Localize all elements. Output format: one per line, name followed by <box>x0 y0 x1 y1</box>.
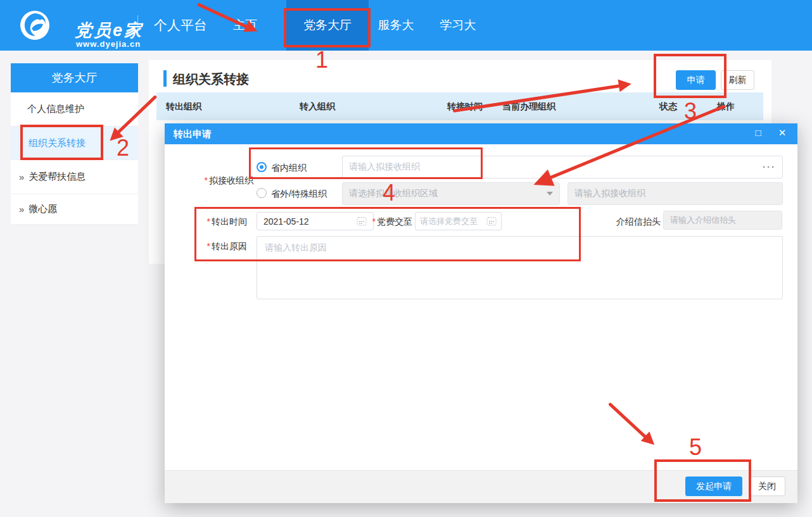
sidebar-item-personal-info[interactable]: 个人信息维护 <box>11 92 138 127</box>
reason-placeholder: 请输入转出原因 <box>265 242 327 252</box>
radio-out-province[interactable] <box>257 188 267 198</box>
col-transfer-in-org: 转入组织 <box>300 92 335 120</box>
org-picker-ellipsis-icon[interactable]: ··· <box>763 164 776 170</box>
reason-label: *转出原因 <box>200 241 247 252</box>
sidebar: 党务大厅 个人信息维护 组织关系转接 » 关爱帮扶信息 » 微心愿 <box>11 63 138 225</box>
letter-title-placeholder: 请输入介绍信抬头 <box>670 215 775 226</box>
transfer-date-input[interactable]: 2021-05-12 <box>257 212 374 230</box>
col-current-handling-org: 当前办理组织 <box>502 92 555 120</box>
close-button[interactable]: 关闭 <box>749 477 785 496</box>
sidebar-item-org-transfer[interactable]: 组织关系转接 <box>11 127 138 160</box>
chevron-right-icon: » <box>19 204 24 215</box>
brand-url: www.dyejia.cn <box>76 39 141 49</box>
sidebar-item-label: 个人信息维护 <box>27 103 84 115</box>
reason-textarea[interactable]: 请输入转出原因 <box>257 236 783 299</box>
nav-item-party-hall[interactable]: 党务大厅 <box>286 0 369 51</box>
receiving-org-placeholder: 请输入拟接收组织 <box>349 161 763 173</box>
title-accent-bar <box>163 70 167 87</box>
close-icon[interactable]: ✕ <box>776 127 789 139</box>
transfer-date-value: 2021-05-12 <box>263 216 357 227</box>
fee-paid-until-placeholder: 请选择党费交至 <box>420 216 486 227</box>
col-transfer-out-org: 转出组织 <box>166 92 201 120</box>
sidebar-item-label: 微心愿 <box>29 203 57 215</box>
receiving-org-label: *拟接收组织 <box>200 175 253 187</box>
fee-paid-until-label: *党费交至 <box>364 216 412 228</box>
letter-title-input[interactable]: 请输入介绍信抬头 <box>663 211 782 230</box>
required-mark: * <box>372 216 376 227</box>
nav-item-service-hall[interactable]: 服务大厅 <box>372 0 419 51</box>
chevron-right-icon: » <box>19 171 24 182</box>
brand-name: 党员e家 <box>75 19 143 42</box>
modal-title: 转出申请 <box>174 128 212 140</box>
sidebar-item-label: 组织关系转接 <box>29 137 86 149</box>
radio-in-province[interactable] <box>257 162 267 172</box>
transfer-out-modal: 转出申请 □ ✕ *拟接收组织 省内组织 请输入拟接收组织 ··· 省外/特殊组… <box>165 123 797 503</box>
calendar-icon <box>486 216 497 226</box>
top-nav-bar: 党员e家 www.dyejia.cn 个人平台 主页 党务大厅 服务大厅 学习大… <box>0 0 812 51</box>
sidebar-item-label: 关爱帮扶信息 <box>29 171 86 183</box>
page-title: 组织关系转接 <box>173 71 249 88</box>
modal-footer: 发起申请 关闭 <box>165 470 797 503</box>
nav-item-home[interactable]: 主页 <box>226 0 264 51</box>
transfer-date-label: *转出时间 <box>200 216 247 228</box>
table-header-row: 转出组织 转入组织 转接时间 当前办理组织 状态 操作 <box>156 92 763 120</box>
out-province-org-input[interactable]: 请输入拟接收组织 <box>568 182 783 205</box>
apply-button[interactable]: 申请 <box>676 70 716 90</box>
radio-out-province-label[interactable]: 省外/特殊组织 <box>271 189 327 200</box>
out-province-org-placeholder: 请输入拟接收组织 <box>574 188 776 199</box>
region-select-placeholder: 请选择拟接收组织区域 <box>349 188 547 199</box>
region-select[interactable]: 请选择拟接收组织区域 <box>342 182 560 205</box>
required-mark: * <box>207 241 210 251</box>
fee-paid-until-input[interactable]: 请选择党费交至 <box>415 212 502 230</box>
nav-item-study-hall[interactable]: 学习大厅 <box>435 0 481 51</box>
logo-swirl-icon <box>19 9 52 41</box>
maximize-icon[interactable]: □ <box>752 127 764 138</box>
modal-header[interactable]: 转出申请 □ ✕ <box>165 123 797 144</box>
nav-item-personal-platform[interactable]: 个人平台 <box>144 0 217 51</box>
sidebar-title: 党务大厅 <box>11 63 138 92</box>
sidebar-item-care-support[interactable]: » 关爱帮扶信息 <box>11 160 138 194</box>
dropdown-caret-icon <box>547 192 553 196</box>
refresh-button[interactable]: 刷新 <box>721 70 754 90</box>
radio-in-province-label[interactable]: 省内组织 <box>271 163 307 174</box>
col-transfer-time: 转接时间 <box>447 92 483 120</box>
page: 党员e家 www.dyejia.cn 个人平台 主页 党务大厅 服务大厅 学习大… <box>0 0 812 517</box>
col-actions: 操作 <box>717 92 735 120</box>
required-mark: * <box>207 216 210 227</box>
sidebar-item-micro-wish[interactable]: » 微心愿 <box>11 194 138 225</box>
letter-title-label: 介绍信抬头 <box>608 216 661 228</box>
submit-application-button[interactable]: 发起申请 <box>685 477 742 496</box>
nav-divider <box>137 15 138 37</box>
col-status: 状态 <box>659 92 677 120</box>
receiving-org-input[interactable]: 请输入拟接收组织 ··· <box>342 156 783 178</box>
required-mark: * <box>205 175 208 185</box>
brand-logo[interactable]: 党员e家 www.dyejia.cn <box>19 10 146 40</box>
